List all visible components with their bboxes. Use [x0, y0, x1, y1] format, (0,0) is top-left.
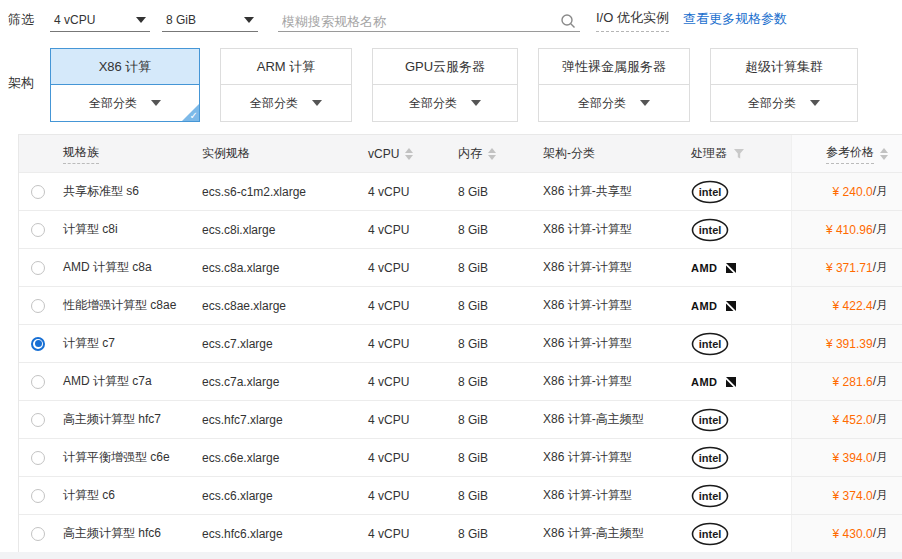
header-label[interactable]: 规格族 — [63, 144, 99, 164]
row-select-radio[interactable] — [31, 413, 45, 427]
header-label: 实例规格 — [202, 145, 250, 162]
tab-title[interactable]: GPU云服务器 — [373, 49, 517, 85]
header-processor: 处理器 — [687, 135, 791, 172]
memory-value: 8 GiB — [454, 325, 539, 362]
price-unit: /月 — [873, 221, 888, 238]
instance-spec: ecs.c8ae.xlarge — [198, 287, 364, 324]
svg-text:intel: intel — [699, 452, 722, 464]
tab-bare-metal[interactable]: 弹性裸金属服务器 全部分类 ✓ — [538, 48, 690, 122]
chevron-down-icon — [244, 17, 254, 23]
tab-category-value: 全部分类 — [89, 95, 137, 112]
vcpu-select[interactable]: 4 vCPU — [50, 11, 150, 32]
table-row[interactable]: AMD 计算型 c7a ecs.c7a.xlarge 4 vCPU 8 GiB … — [19, 363, 902, 401]
spec-search-input[interactable] — [282, 14, 560, 29]
vcpu-value: 4 vCPU — [364, 249, 454, 286]
price-amount: ¥ 430.0 — [833, 527, 873, 541]
instance-spec: ecs.c8i.xlarge — [198, 211, 364, 248]
header-arch-category: 架构-分类 — [539, 135, 687, 172]
tab-category-dropdown[interactable]: 全部分类 — [539, 85, 689, 121]
tab-super-computing[interactable]: 超级计算集群 全部分类 ✓ — [710, 48, 858, 122]
tab-category-dropdown[interactable]: 全部分类 — [221, 85, 351, 121]
table-row[interactable]: AMD 计算型 c8a ecs.c8a.xlarge 4 vCPU 8 GiB … — [19, 249, 902, 287]
amd-logo-icon: AMD — [691, 376, 737, 388]
spec-family: 计算型 c6 — [57, 477, 198, 514]
row-select-radio[interactable] — [31, 223, 45, 237]
row-select-radio[interactable] — [31, 185, 45, 199]
spec-family: 计算型 c7 — [57, 325, 198, 362]
tab-arm-compute[interactable]: ARM 计算 全部分类 ✓ — [220, 48, 352, 122]
chevron-down-icon — [136, 17, 146, 23]
memory-select[interactable]: 8 GiB — [162, 11, 258, 32]
memory-value: 8 GiB — [454, 439, 539, 476]
table-row[interactable]: 性能增强计算型 c8ae ecs.c8ae.xlarge 4 vCPU 8 Gi… — [19, 287, 902, 325]
row-select-radio[interactable] — [31, 489, 45, 503]
price-amount: ¥ 391.39 — [826, 337, 873, 351]
tab-title[interactable]: ARM 计算 — [221, 49, 351, 85]
table-row[interactable]: 计算型 c8i ecs.c8i.xlarge 4 vCPU 8 GiB X86 … — [19, 211, 902, 249]
header-reference-price[interactable]: 参考价格 — [791, 135, 902, 172]
filter-funnel-icon[interactable] — [733, 148, 745, 160]
price-amount: ¥ 422.4 — [833, 299, 873, 313]
memory-value: 8 GiB — [454, 211, 539, 248]
header-label: 内存 — [458, 145, 482, 162]
svg-text:intel: intel — [699, 186, 722, 198]
spec-family: AMD 计算型 c8a — [57, 249, 198, 286]
spec-family: 高主频计算型 hfc7 — [57, 401, 198, 438]
table-row[interactable]: 共享标准型 s6 ecs.s6-c1m2.xlarge 4 vCPU 8 GiB… — [19, 173, 902, 211]
vcpu-select-value: 4 vCPU — [54, 13, 95, 27]
page-bottom-strip — [0, 552, 902, 559]
table-header: 规格族 实例规格 vCPU 内存 架构-分类 处理器 参考价格 — [19, 135, 902, 173]
memory-value: 8 GiB — [454, 173, 539, 210]
tab-category-dropdown[interactable]: 全部分类 — [373, 85, 517, 121]
header-radio-spacer — [19, 135, 57, 172]
price-unit: /月 — [873, 525, 888, 542]
table-row[interactable]: 计算型 c7 ecs.c7.xlarge 4 vCPU 8 GiB X86 计算… — [19, 325, 902, 363]
row-select-radio[interactable] — [31, 451, 45, 465]
instance-spec-table: 规格族 实例规格 vCPU 内存 架构-分类 处理器 参考价格 — [18, 134, 902, 553]
vcpu-value: 4 vCPU — [364, 477, 454, 514]
row-select-radio[interactable] — [31, 527, 45, 541]
spec-family: 共享标准型 s6 — [57, 173, 198, 210]
tab-category-dropdown[interactable]: 全部分类 — [711, 85, 857, 121]
intel-logo-icon: intel — [691, 446, 729, 470]
row-select-radio[interactable] — [31, 261, 45, 275]
architecture-label: 架构 — [8, 48, 50, 122]
spec-family: 高主频计算型 hfc6 — [57, 515, 198, 552]
tab-gpu-server[interactable]: GPU云服务器 全部分类 ✓ — [372, 48, 518, 122]
tab-category-dropdown[interactable]: 全部分类 — [51, 85, 199, 121]
header-spec-family: 规格族 — [57, 135, 198, 172]
header-memory[interactable]: 内存 — [454, 135, 539, 172]
intel-logo-icon: intel — [691, 180, 729, 204]
tab-x86-compute[interactable]: X86 计算 全部分类 ✓ — [50, 48, 200, 122]
row-select-radio[interactable] — [31, 299, 45, 313]
instance-spec: ecs.c7a.xlarge — [198, 363, 364, 400]
tab-title[interactable]: 弹性裸金属服务器 — [539, 49, 689, 85]
table-row[interactable]: 计算型 c6 ecs.c6.xlarge 4 vCPU 8 GiB X86 计算… — [19, 477, 902, 515]
more-spec-params-link[interactable]: 查看更多规格参数 — [683, 10, 787, 32]
price-amount: ¥ 374.0 — [833, 489, 873, 503]
table-row[interactable]: 高主频计算型 hfc7 ecs.hfc7.xlarge 4 vCPU 8 GiB… — [19, 401, 902, 439]
tab-title[interactable]: 超级计算集群 — [711, 49, 857, 85]
table-row[interactable]: 计算平衡增强型 c6e ecs.c6e.xlarge 4 vCPU 8 GiB … — [19, 439, 902, 477]
sort-icon[interactable] — [405, 148, 413, 160]
row-select-radio[interactable] — [31, 337, 45, 351]
svg-text:intel: intel — [699, 528, 722, 540]
io-optimized-label[interactable]: I/O 优化实例 — [596, 9, 669, 32]
spec-family: 计算型 c8i — [57, 211, 198, 248]
header-vcpu[interactable]: vCPU — [364, 135, 454, 172]
row-select-radio[interactable] — [31, 375, 45, 389]
spec-search-box[interactable] — [278, 13, 580, 32]
arch-category: X86 计算-高主频型 — [539, 401, 687, 438]
intel-logo-icon: intel — [691, 218, 729, 242]
header-label[interactable]: 参考价格 — [826, 144, 874, 164]
intel-logo-icon: intel — [691, 484, 729, 508]
tab-title[interactable]: X86 计算 — [51, 49, 199, 85]
instance-spec: ecs.hfc6.xlarge — [198, 515, 364, 552]
price-unit: /月 — [873, 335, 888, 352]
sort-icon[interactable] — [488, 148, 496, 160]
table-row[interactable]: 高主频计算型 hfc6 ecs.hfc6.xlarge 4 vCPU 8 GiB… — [19, 515, 902, 553]
arch-category: X86 计算-计算型 — [539, 211, 687, 248]
vcpu-value: 4 vCPU — [364, 401, 454, 438]
instance-spec: ecs.c8a.xlarge — [198, 249, 364, 286]
sort-icon[interactable] — [880, 148, 888, 160]
